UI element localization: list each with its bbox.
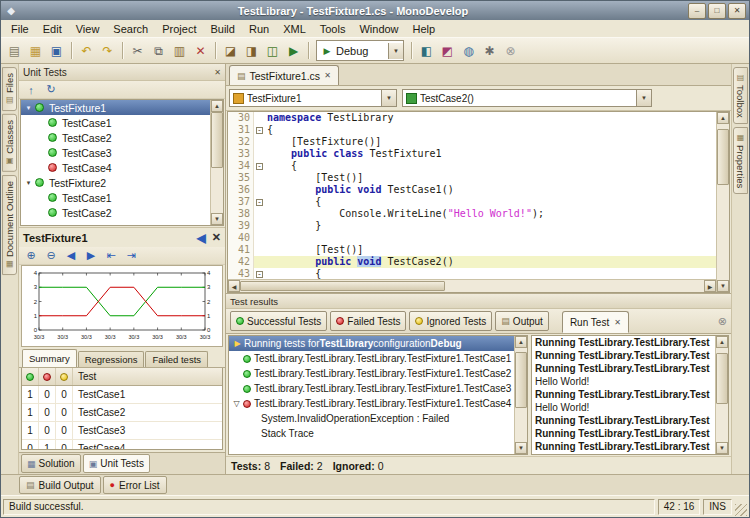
failed-tests-button[interactable]: Failed Tests: [330, 311, 406, 331]
code-line[interactable]: 32 [TestFixture()]: [228, 136, 716, 148]
first-result-icon[interactable]: ⇤: [102, 248, 120, 263]
menu-help[interactable]: Help: [406, 22, 443, 36]
tab-solution[interactable]: ▦Solution: [21, 454, 81, 473]
chevron-down-icon[interactable]: ▼: [636, 90, 651, 106]
summary-row[interactable]: 100TestCase3: [22, 422, 222, 440]
prev-result-icon[interactable]: ◀: [62, 248, 80, 263]
close-pad-icon[interactable]: ✕: [214, 68, 221, 77]
close-pad-icon[interactable]: ⊗: [718, 315, 727, 328]
menu-search[interactable]: Search: [106, 22, 155, 36]
result-row[interactable]: TestLibrary.TestLibrary.TestLibrary.Test…: [229, 366, 514, 381]
scroll-down-icon[interactable]: ▼: [515, 442, 527, 454]
code-line[interactable]: 43- {: [228, 268, 716, 279]
tab-toolbox[interactable]: ▤Toolbox: [733, 67, 748, 124]
scrollbar-thumb[interactable]: [211, 112, 223, 168]
output-vertical-scrollbar[interactable]: ▲ ▼: [715, 336, 728, 454]
expander-icon[interactable]: ▽: [231, 399, 242, 408]
fold-marker-icon[interactable]: -: [256, 127, 263, 134]
result-row[interactable]: System.InvalidOperationException : Faile…: [229, 411, 514, 426]
menu-run[interactable]: Run: [242, 22, 276, 36]
settings-icon[interactable]: ✱: [479, 41, 500, 61]
menu-view[interactable]: View: [69, 22, 107, 36]
menu-build[interactable]: Build: [203, 22, 241, 36]
close-button[interactable]: ✕: [728, 3, 746, 19]
save-icon[interactable]: ▣: [46, 41, 67, 61]
code-line[interactable]: 33 public class TestFixture1: [228, 148, 716, 160]
tree-vertical-scrollbar[interactable]: ▲ ▼: [210, 100, 223, 225]
scroll-up-icon[interactable]: ▲: [716, 336, 728, 348]
cut-icon[interactable]: ✂: [127, 41, 148, 61]
summary-row[interactable]: 100TestCase2: [22, 404, 222, 422]
scroll-up-icon[interactable]: ▲: [717, 112, 729, 124]
tree-item[interactable]: TestCase1: [21, 115, 210, 130]
chart-icon[interactable]: ◩: [437, 41, 458, 61]
tab-document-outline[interactable]: ▦Document Outline: [2, 175, 17, 275]
titlebar[interactable]: ◆ TestLibrary - TestFixture1.cs - MonoDe…: [1, 1, 749, 20]
class-combo[interactable]: TestFixture1 ▼: [229, 89, 397, 107]
result-row[interactable]: TestLibrary.TestLibrary.TestLibrary.Test…: [229, 351, 514, 366]
zoom-out-icon[interactable]: ⊖: [42, 248, 60, 263]
configuration-combo[interactable]: ▶ Debug ▼: [316, 40, 404, 61]
results-vertical-scrollbar[interactable]: ▲ ▼: [514, 336, 527, 454]
scrollbar-thumb[interactable]: [717, 129, 729, 185]
code-line[interactable]: 39 }: [228, 220, 716, 232]
tree-item[interactable]: ▾TestFixture2: [21, 175, 210, 190]
menu-file[interactable]: File: [4, 22, 36, 36]
fold-marker-icon[interactable]: -: [256, 163, 263, 170]
code-line[interactable]: 38 Console.WriteLine("Hello World!");: [228, 208, 716, 220]
tab-classes[interactable]: ▣Classes: [2, 114, 17, 172]
code-line[interactable]: 37- {: [228, 196, 716, 208]
scrollbar-thumb[interactable]: [716, 353, 728, 405]
tree-item[interactable]: TestCase3: [21, 145, 210, 160]
scroll-down-icon[interactable]: ▼: [716, 442, 728, 454]
result-row[interactable]: ▶Running tests for TestLibrary configura…: [229, 336, 514, 351]
scroll-down-icon[interactable]: ▼: [211, 213, 223, 225]
menu-tools[interactable]: Tools: [313, 22, 353, 36]
code-line[interactable]: 40: [228, 232, 716, 244]
code-line[interactable]: 35 [Test()]: [228, 172, 716, 184]
close-tab-icon[interactable]: ✕: [324, 71, 331, 80]
editor-horizontal-scrollbar[interactable]: ◀ ▶: [228, 279, 716, 292]
run-icon[interactable]: ▶: [283, 41, 304, 61]
menu-window[interactable]: Window: [352, 22, 405, 36]
tree-item[interactable]: ▾TestFixture1: [21, 100, 210, 115]
successful-tests-button[interactable]: Successful Tests: [230, 311, 327, 331]
undo-icon[interactable]: ↶: [76, 41, 97, 61]
resize-grip[interactable]: [735, 504, 747, 516]
people-icon[interactable]: ◍: [458, 41, 479, 61]
tab-unit-tests[interactable]: ▣Unit Tests: [83, 454, 150, 473]
maximize-button[interactable]: □: [708, 3, 726, 19]
editor-tab[interactable]: ▤ TestFixture1.cs ✕: [229, 65, 339, 85]
result-row[interactable]: TestLibrary.TestLibrary.TestLibrary.Test…: [229, 381, 514, 396]
code-lines[interactable]: 30namespace TestLibrary31-{32 [TestFixtu…: [228, 112, 716, 279]
tab-build-output[interactable]: ▤Build Output: [19, 476, 101, 494]
minimize-button[interactable]: –: [688, 3, 706, 19]
build-icon[interactable]: ◪: [220, 41, 241, 61]
tab-failed-tests[interactable]: Failed tests: [145, 351, 208, 367]
next-result-icon[interactable]: ▶: [82, 248, 100, 263]
tree-item[interactable]: TestCase4: [21, 160, 210, 175]
tab-regressions[interactable]: Regressions: [78, 351, 145, 367]
last-result-icon[interactable]: ⇥: [122, 248, 140, 263]
scrollbar-thumb[interactable]: [515, 352, 527, 408]
paste-icon[interactable]: ▥: [169, 41, 190, 61]
profiler-icon[interactable]: ◧: [416, 41, 437, 61]
close-icon[interactable]: ✕: [212, 231, 221, 244]
summary-row[interactable]: 010TestCase4: [22, 440, 222, 450]
menu-edit[interactable]: Edit: [36, 22, 69, 36]
tab-error-list[interactable]: ●Error List: [103, 476, 167, 494]
menu-project[interactable]: Project: [155, 22, 203, 36]
summary-row[interactable]: 100TestCase1: [22, 386, 222, 404]
tab-summary[interactable]: Summary: [22, 349, 77, 367]
fold-marker-icon[interactable]: -: [256, 271, 263, 278]
output-button[interactable]: ▤Output: [495, 311, 549, 331]
code-line[interactable]: 42 public void TestCase2(): [228, 256, 716, 268]
close-tab-icon[interactable]: ✕: [614, 318, 621, 327]
result-row[interactable]: ▽TestLibrary.TestLibrary.TestLibrary.Tes…: [229, 396, 514, 411]
refresh-tests-icon[interactable]: ↻: [42, 82, 60, 97]
deploy-icon[interactable]: ◫: [262, 41, 283, 61]
delete-icon[interactable]: ✕: [190, 41, 211, 61]
run-all-tests-icon[interactable]: ↑: [22, 82, 40, 97]
result-row[interactable]: Stack Trace: [229, 426, 514, 441]
back-icon[interactable]: ◀: [197, 231, 206, 245]
